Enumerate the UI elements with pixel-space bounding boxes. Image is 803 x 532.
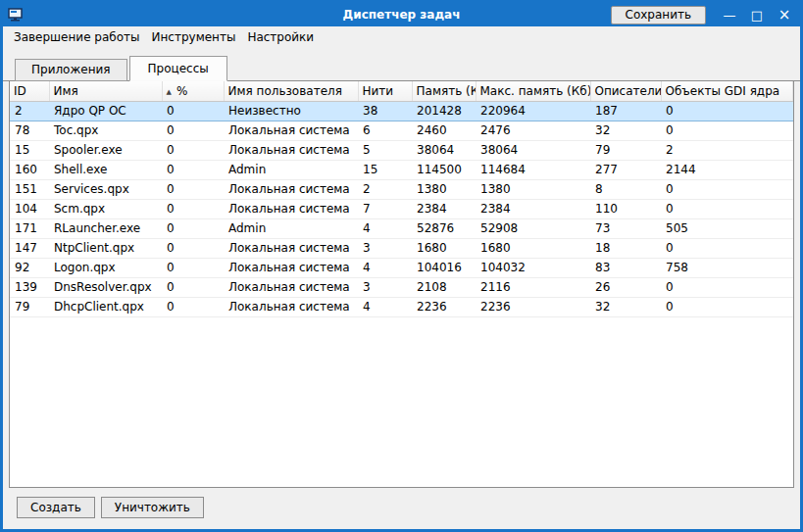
menu-item-settings[interactable]: Настройки bbox=[241, 28, 320, 46]
table-cell: 4 bbox=[358, 218, 412, 238]
table-cell: 151 bbox=[10, 179, 49, 199]
table-cell: 0 bbox=[661, 199, 793, 218]
table-cell: 0 bbox=[162, 238, 224, 258]
table-cell: 114684 bbox=[476, 160, 590, 179]
table-cell: 1380 bbox=[476, 179, 590, 199]
table-cell: 15 bbox=[10, 140, 49, 160]
minimize-button[interactable]: — bbox=[716, 3, 743, 26]
table-row[interactable]: 171RLauncher.exe0Admin4528765290873505 bbox=[10, 218, 793, 238]
process-table-body: 2Ядро QP ОС0Неизвестно382014282209641870… bbox=[10, 101, 793, 316]
table-cell: 38064 bbox=[476, 140, 590, 160]
table-cell: 0 bbox=[162, 199, 224, 218]
column-header-8[interactable]: Объекты GDI ядра bbox=[661, 81, 793, 101]
table-cell: 2116 bbox=[476, 277, 590, 297]
table-cell: 114500 bbox=[412, 160, 476, 179]
table-cell: 0 bbox=[162, 258, 224, 277]
table-cell: Toc.qpx bbox=[49, 121, 162, 140]
table-cell: 139 bbox=[10, 277, 49, 297]
table-cell: Shell.exe bbox=[49, 160, 162, 179]
menu-item-tools[interactable]: Инструменты bbox=[146, 28, 242, 46]
table-cell: 0 bbox=[162, 140, 224, 160]
create-button[interactable]: Создать bbox=[17, 497, 95, 518]
table-cell: Локальная система bbox=[224, 258, 358, 277]
table-cell: 79 bbox=[590, 140, 661, 160]
table-cell: 0 bbox=[162, 179, 224, 199]
table-cell: Admin bbox=[224, 218, 358, 238]
table-cell: 32 bbox=[590, 121, 661, 140]
table-cell: 92 bbox=[10, 258, 49, 277]
table-cell: 38064 bbox=[412, 140, 476, 160]
table-cell: Локальная система bbox=[224, 277, 358, 297]
process-table-container: IDИмя▲%Имя пользователяНитиПамять (Кб)Ма… bbox=[9, 81, 794, 488]
titlebar-controls: Сохранить — □ × bbox=[611, 3, 801, 26]
table-row[interactable]: 151Services.qpx0Локальная система2138013… bbox=[10, 179, 793, 199]
tabs-bar: Приложения Процессы bbox=[3, 48, 800, 81]
table-cell: Scm.qpx bbox=[49, 199, 162, 218]
table-cell: 73 bbox=[590, 218, 661, 238]
table-row[interactable]: 15Spooler.exe0Локальная система538064380… bbox=[10, 140, 793, 160]
table-cell: Локальная система bbox=[224, 297, 358, 316]
destroy-button[interactable]: Уничтожить bbox=[101, 497, 204, 518]
table-row[interactable]: 79DhcpClient.qpx0Локальная система422362… bbox=[10, 297, 793, 316]
table-cell: 220964 bbox=[476, 101, 590, 121]
column-header-4[interactable]: Нити bbox=[358, 81, 412, 101]
close-button[interactable]: × bbox=[771, 3, 798, 26]
table-cell: 4 bbox=[358, 258, 412, 277]
table-cell: 78 bbox=[10, 121, 49, 140]
column-header-1[interactable]: Имя bbox=[49, 81, 162, 101]
table-cell: DhcpClient.qpx bbox=[49, 297, 162, 316]
table-cell: Spooler.exe bbox=[49, 140, 162, 160]
footer-buttons: Создать Уничтожить bbox=[3, 488, 800, 518]
maximize-button[interactable]: □ bbox=[743, 3, 771, 26]
table-cell: 26 bbox=[590, 277, 661, 297]
table-cell: 3 bbox=[358, 238, 412, 258]
column-header-6[interactable]: Макс. память (Кб) bbox=[476, 81, 590, 101]
menu-item-shutdown[interactable]: Завершение работы bbox=[8, 28, 146, 46]
table-cell: 505 bbox=[661, 218, 793, 238]
table-row[interactable]: 2Ядро QP ОС0Неизвестно382014282209641870 bbox=[10, 101, 793, 121]
table-header-row: IDИмя▲%Имя пользователяНитиПамять (Кб)Ма… bbox=[10, 81, 793, 101]
tab-applications[interactable]: Приложения bbox=[15, 59, 127, 81]
table-row[interactable]: 78Toc.qpx0Локальная система624602476320 bbox=[10, 121, 793, 140]
table-cell: 0 bbox=[162, 297, 224, 316]
table-cell: NtpClient.qpx bbox=[49, 238, 162, 258]
table-cell: 5 bbox=[358, 140, 412, 160]
table-cell: 0 bbox=[661, 297, 793, 316]
column-header-2[interactable]: ▲% bbox=[162, 81, 224, 101]
table-cell: 160 bbox=[10, 160, 49, 179]
table-cell: 2384 bbox=[476, 199, 590, 218]
table-row[interactable]: 139DnsResolver.qpx0Локальная система3210… bbox=[10, 277, 793, 297]
table-cell: Локальная система bbox=[224, 140, 358, 160]
table-cell: 18 bbox=[590, 238, 661, 258]
table-cell: 4 bbox=[358, 297, 412, 316]
column-header-5[interactable]: Память (Кб) bbox=[412, 81, 476, 101]
column-header-3[interactable]: Имя пользователя bbox=[224, 81, 358, 101]
column-header-0[interactable]: ID bbox=[10, 81, 49, 101]
table-row[interactable]: 104Scm.qpx0Локальная система723842384110… bbox=[10, 199, 793, 218]
table-cell: Локальная система bbox=[224, 199, 358, 218]
table-cell: 2384 bbox=[412, 199, 476, 218]
table-row[interactable]: 92Logon.qpx0Локальная система41040161040… bbox=[10, 258, 793, 277]
table-cell: 79 bbox=[10, 297, 49, 316]
table-cell: Admin bbox=[224, 160, 358, 179]
table-cell: 2 bbox=[10, 101, 49, 121]
table-cell: DnsResolver.qpx bbox=[49, 277, 162, 297]
table-cell: 758 bbox=[661, 258, 793, 277]
table-cell: 2144 bbox=[661, 160, 793, 179]
table-cell: 7 bbox=[358, 199, 412, 218]
table-cell: Локальная система bbox=[224, 121, 358, 140]
table-cell: 187 bbox=[590, 101, 661, 121]
app-icon bbox=[8, 7, 25, 23]
column-header-7[interactable]: Описатели bbox=[590, 81, 661, 101]
table-row[interactable]: 147NtpClient.qpx0Локальная система316801… bbox=[10, 238, 793, 258]
table-row[interactable]: 160Shell.exe0Admin151145001146842772144 bbox=[10, 160, 793, 179]
save-button[interactable]: Сохранить bbox=[611, 6, 707, 24]
table-cell: 83 bbox=[590, 258, 661, 277]
table-cell: 0 bbox=[162, 121, 224, 140]
table-cell: 2460 bbox=[412, 121, 476, 140]
tab-processes[interactable]: Процессы bbox=[129, 56, 227, 81]
table-cell: 3 bbox=[358, 277, 412, 297]
table-cell: 0 bbox=[661, 238, 793, 258]
table-cell: Локальная система bbox=[224, 179, 358, 199]
table-cell: 52876 bbox=[412, 218, 476, 238]
